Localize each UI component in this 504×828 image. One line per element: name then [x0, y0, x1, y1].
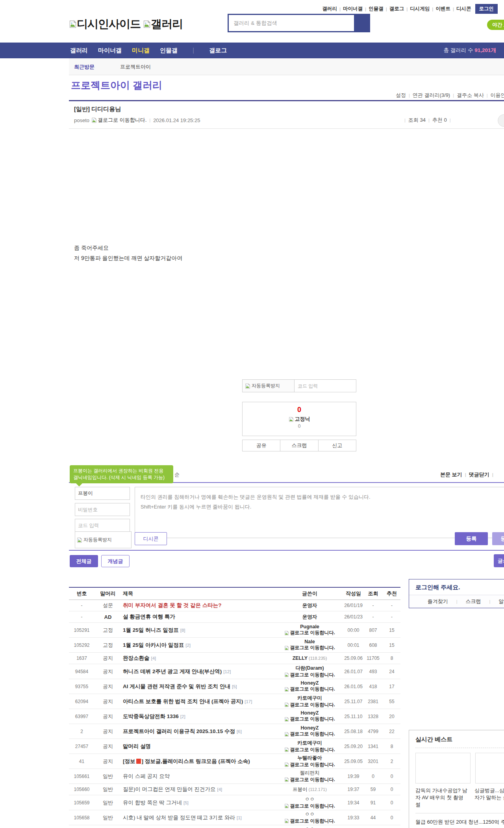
realtime-list-item-0[interactable]: 월급 60만원 받던 20대 청년...1250억 주식 부: [415, 817, 504, 826]
post-link[interactable]: 아티스트 보호를 위한 법적 조치 안내 (프젝아 공지)[17]: [123, 698, 252, 704]
comment-code-input[interactable]: [75, 519, 130, 532]
author-name[interactable]: Pugnale: [277, 624, 342, 629]
author-name[interactable]: Nale: [277, 639, 342, 644]
author-gallog-link[interactable]: 갤로그로 이동합니다.: [277, 746, 342, 753]
utility-link-4[interactable]: 디시게임: [410, 6, 430, 12]
author-gallog-link[interactable]: 갤로그로 이동합니다.: [277, 629, 342, 636]
main-nav-item-2[interactable]: 미니갤: [132, 47, 150, 54]
author-gallog-link[interactable]: 갤로그로 이동합니다.: [277, 818, 342, 824]
utility-link-2[interactable]: 인물갤: [369, 6, 384, 12]
post-link[interactable]: 시호) 내 말에 상처 받을 정도면 떼고 3기로 와라[1]: [123, 815, 242, 821]
post-author[interactable]: poseto: [74, 117, 89, 123]
utility-link-3[interactable]: 갤로그: [389, 6, 404, 12]
author-gallog-link[interactable]: 갤로그로 이동합니다.: [277, 686, 342, 692]
author-name[interactable]: 카토메구미: [277, 695, 342, 702]
recent-visit-link[interactable]: 최근방문: [74, 63, 94, 71]
author-name[interactable]: ㅇㅇ: [277, 826, 342, 828]
author-name[interactable]: 카토메구미: [277, 740, 342, 746]
comment-submit-button[interactable]: 등록: [455, 532, 488, 545]
author-name[interactable]: ZELLY: [293, 655, 308, 661]
author-name[interactable]: 누텔라좋아: [277, 755, 342, 761]
comment-submit-secondary-button[interactable]: 등록: [492, 532, 504, 545]
author-name[interactable]: HoneyZ: [277, 680, 342, 686]
utility-link-0[interactable]: 갤러리: [322, 6, 337, 12]
search-button[interactable]: [354, 15, 369, 31]
author-gallog-link[interactable]: 갤로그로 이동합니다.: [277, 716, 342, 722]
gallery-meta-link-1[interactable]: 연관 갤러리(3/9): [413, 92, 450, 99]
author-gallog-link[interactable]: 갤로그로 이동합니다.: [277, 644, 342, 651]
gallery-meta-link-2[interactable]: 갤주소 복사: [457, 92, 484, 99]
breadcrumb-current-gallery[interactable]: 프로젝트아이: [120, 63, 151, 71]
realtime-thumbnail[interactable]: [475, 753, 504, 783]
comment-textarea[interactable]: 타인의 권리를 침해하거나 명예를 훼손하는 댓글은 운영원칙 및 관련 법률에…: [135, 487, 504, 538]
post-link[interactable]: [정보] 정보글,플레이리스트 링크모음 (프젝아 소속): [123, 758, 250, 764]
post-link[interactable]: 허니즈 데뷔 2주년 광고 게재 안내(부산역)[12]: [123, 668, 231, 674]
post-link[interactable]: 유이 스페 공지 요약: [123, 773, 170, 779]
author-name[interactable]: ㅇㅇ: [277, 796, 342, 803]
dccon-button[interactable]: 디시콘: [135, 532, 167, 545]
realtime-list-item-1[interactable]: 따끈따끈한 눈사진 (20장): [415, 826, 504, 828]
author-name[interactable]: 젤리펀치: [277, 770, 342, 776]
captcha-code-input[interactable]: [295, 379, 356, 392]
author-name[interactable]: HoneyZ: [277, 725, 342, 731]
author-gallog-link[interactable]: 갤로그로 이동합니다.: [277, 776, 342, 783]
author-name[interactable]: 프봉이: [293, 787, 308, 792]
main-nav-item-1[interactable]: 마이너갤: [98, 47, 122, 54]
post-link[interactable]: 설 황금연휴 여행 특가: [123, 614, 175, 620]
gallog-link[interactable]: 갤로그로 이동합니다.: [98, 117, 146, 124]
close-comments-link[interactable]: 댓글닫기: [469, 471, 489, 478]
comment-password-input[interactable]: [75, 503, 130, 516]
login-action-2[interactable]: 알림: [498, 598, 504, 605]
main-nav-item-4[interactable]: 갤로그: [209, 47, 227, 54]
login-action-1[interactable]: 스크랩: [466, 598, 481, 605]
comment-sort-partial[interactable]: 순: [174, 471, 180, 478]
comment-nickname-input[interactable]: [75, 487, 130, 500]
post-link[interactable]: 프로젝트아이 갤러리 이용규칙 2025.10.15 수정[6]: [123, 728, 242, 734]
best-posts-button[interactable]: 개념글: [101, 555, 130, 567]
all-posts-button[interactable]: 전체글: [70, 555, 98, 567]
author-name[interactable]: ㅇㅇ: [277, 811, 342, 818]
realtime-best-title[interactable]: 실시간 베스트: [415, 736, 504, 743]
search-input[interactable]: [229, 15, 352, 31]
night-mode-toggle[interactable]: 야간 모드: [487, 20, 504, 30]
realtime-caption-0[interactable]: 감독의 가내수공업? 남자 AV 배우의 첫 촬영 썰: [415, 787, 470, 808]
author-gallog-link[interactable]: 갤로그로 이동합니다.: [277, 702, 342, 708]
post-link[interactable]: 말머리 설명: [123, 743, 151, 749]
view-post-link[interactable]: 본문 보기: [440, 471, 462, 478]
post-link[interactable]: 완장소환술[4]: [123, 655, 156, 661]
main-nav-item-0[interactable]: 갤러리: [70, 47, 88, 54]
login-button[interactable]: 로그인: [475, 4, 498, 14]
write-post-button[interactable]: 글쓰기: [494, 554, 504, 567]
post-link[interactable]: 질문)이 머그컵은 언제 만들어 진건가요[4]: [123, 786, 222, 792]
login-action-0[interactable]: 즐겨찾기: [428, 598, 448, 605]
realtime-caption-1[interactable]: 싱글벙글...심리학자가 말하는 손절의: [474, 787, 504, 808]
post-link[interactable]: 도박중독상담전화 1336[2]: [123, 713, 185, 719]
gallery-title[interactable]: 프로젝트아이 갤러리: [71, 79, 162, 92]
realtime-thumbnail[interactable]: [415, 753, 471, 783]
utility-link-5[interactable]: 이벤트: [435, 6, 450, 12]
author-name[interactable]: HoneyZ: [277, 710, 342, 716]
author-gallog-link[interactable]: 갤로그로 이동합니다.: [277, 731, 342, 737]
site-logo[interactable]: 디시인사이드 갤러리: [69, 17, 183, 32]
post-action-0[interactable]: 공유: [242, 440, 280, 451]
post-link[interactable]: AI 게시물 관련 저작권 준수 및 위반 조치 안내[5]: [123, 683, 237, 689]
utility-link-1[interactable]: 마이너갤: [343, 6, 363, 12]
author-name[interactable]: 다람(Daram): [277, 665, 342, 672]
post-link[interactable]: 1월 25일 허니즈 일정표[8]: [123, 627, 185, 633]
post-link[interactable]: 1월 25일 아카시아 일정표[2]: [123, 642, 191, 648]
author-name[interactable]: 운영자: [302, 614, 317, 620]
author-gallog-link[interactable]: 갤로그로 이동합니다.: [277, 803, 342, 809]
main-nav-item-3[interactable]: 인물갤: [160, 47, 178, 54]
fixed-nick-recommend[interactable]: 고정닉: [243, 416, 356, 423]
post-action-2[interactable]: 신고: [319, 440, 356, 451]
post-link[interactable]: 취미 부자여서 결혼 못 할 것 같은 스타는?: [123, 602, 222, 608]
gallery-meta-link-3[interactable]: 이용안내: [491, 92, 504, 99]
post-link[interactable]: 유이 합방 쪽은 딱 그거네[5]: [123, 800, 189, 806]
author-name[interactable]: 운영자: [302, 603, 317, 608]
gallery-meta-link-0[interactable]: 설정: [396, 92, 406, 99]
utility-link-6[interactable]: 디시콘: [456, 6, 471, 12]
post-action-1[interactable]: 스크랩: [280, 440, 318, 451]
post-option-button[interactable]: [498, 114, 504, 127]
author-gallog-link[interactable]: 갤로그로 이동합니다.: [277, 672, 342, 678]
author-gallog-link[interactable]: 갤로그로 이동합니다.: [277, 761, 342, 768]
